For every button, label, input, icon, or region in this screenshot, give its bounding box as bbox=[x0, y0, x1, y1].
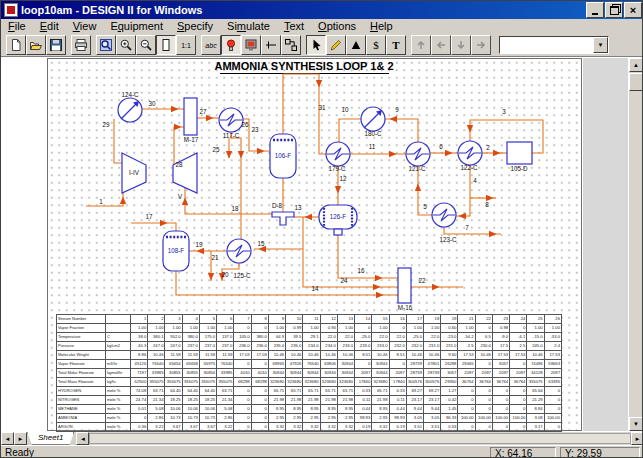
page-view-button[interactable] bbox=[156, 35, 176, 55]
table-cell: 17.5 bbox=[492, 342, 509, 351]
new-button[interactable] bbox=[6, 35, 26, 55]
menu-options[interactable]: Options bbox=[311, 19, 363, 33]
title-bar[interactable]: loop10am - DESIGN II for Windows × bbox=[1, 1, 643, 19]
triangle-button[interactable] bbox=[346, 35, 366, 55]
close-button[interactable]: × bbox=[624, 2, 642, 18]
nudge-left-button[interactable] bbox=[431, 35, 451, 55]
table-cell: 11.59 bbox=[217, 351, 234, 360]
horizontal-scroll-track[interactable] bbox=[89, 433, 631, 444]
zoom-window-button[interactable] bbox=[96, 35, 116, 55]
table-cell: 8.95 bbox=[372, 405, 389, 414]
combobox-dropdown-icon[interactable]: ▼ bbox=[593, 37, 608, 53]
monitor-button[interactable] bbox=[241, 35, 261, 55]
scroll-up-button[interactable]: ▲ bbox=[629, 58, 643, 72]
table-cell: 21.98 bbox=[268, 396, 285, 405]
pointer-button[interactable] bbox=[306, 35, 326, 55]
table-cell: 21.98 bbox=[286, 396, 303, 405]
connector-icon bbox=[264, 38, 278, 52]
zoom-combobox[interactable]: ▼ bbox=[499, 36, 609, 54]
table-row: Vapor Flowratem3/hr451267654065654656585… bbox=[57, 360, 562, 369]
actual-size-button[interactable]: 1:1 bbox=[176, 35, 196, 55]
row-unit: mole % bbox=[106, 414, 131, 423]
table-cell: 234.0 bbox=[303, 342, 320, 351]
stream-column-header: 18 bbox=[423, 315, 440, 324]
table-cell: 231.0 bbox=[423, 342, 440, 351]
table-cell: 0.19 bbox=[389, 423, 406, 432]
table-cell: 0 bbox=[389, 360, 406, 369]
row-label: Vapor Fraction bbox=[57, 324, 106, 333]
lamp-icon bbox=[224, 38, 238, 52]
table-cell: 59663 bbox=[544, 360, 561, 369]
text-tool-button[interactable]: T bbox=[386, 35, 406, 55]
svg-text:$: $ bbox=[373, 39, 379, 51]
vertical-scrollbar[interactable]: ▲ ▼ bbox=[629, 58, 643, 431]
table-cell: 355075 bbox=[527, 378, 544, 387]
cost-button[interactable]: $ bbox=[366, 35, 386, 55]
drawing-canvas[interactable]: Stream Number123456789101112131415161718… bbox=[1, 57, 643, 432]
table-cell: 0 bbox=[510, 387, 527, 396]
first-sheet-button[interactable]: ◄ bbox=[1, 432, 14, 445]
print-button[interactable] bbox=[71, 35, 91, 55]
table-cell: 236.0 bbox=[251, 342, 268, 351]
tab-sheet1[interactable]: Sheet1 bbox=[27, 432, 74, 445]
open-button[interactable] bbox=[26, 35, 46, 55]
save-button[interactable] bbox=[46, 35, 66, 55]
table-cell: 64.40 bbox=[182, 387, 199, 396]
table-cell: 100.00 bbox=[458, 414, 475, 423]
table-cell: 24.74 bbox=[131, 396, 148, 405]
zoom-in-button[interactable] bbox=[116, 35, 136, 55]
restore-button[interactable] bbox=[605, 2, 623, 18]
table-row: NITROGENmole %24.7421.3418.2518.2518.252… bbox=[57, 396, 562, 405]
table-cell: 0 bbox=[510, 405, 527, 414]
stream-summary-table[interactable]: Stream Number123456789101112131415161718… bbox=[56, 314, 562, 429]
combobox-field[interactable] bbox=[500, 37, 593, 53]
nudge-right-button[interactable] bbox=[471, 35, 491, 55]
table-row: Total Molar Flowratekgmol/hr719733985308… bbox=[57, 369, 562, 378]
table-cell: 40.3 bbox=[131, 342, 148, 351]
table-cell: 47926 bbox=[286, 360, 303, 369]
table-cell: 21.29 bbox=[527, 396, 544, 405]
scroll-right-button[interactable]: ► bbox=[631, 432, 643, 445]
table-cell: 1.00 bbox=[372, 324, 389, 333]
app-icon[interactable] bbox=[4, 3, 18, 17]
table-cell: 175.0 bbox=[199, 333, 216, 342]
connector-button[interactable] bbox=[261, 35, 281, 55]
menu-view[interactable]: View bbox=[66, 19, 104, 33]
table-cell: 380.1 bbox=[148, 333, 165, 342]
table-cell: 0 bbox=[251, 396, 268, 405]
minimize-button[interactable] bbox=[586, 2, 604, 18]
cursor-y-readout: Y: 29.59 bbox=[560, 447, 640, 458]
menu-specify[interactable]: Specify bbox=[170, 19, 220, 33]
last-sheet-button[interactable]: ► bbox=[14, 432, 27, 445]
table-cell: 1.00 bbox=[423, 324, 440, 333]
zoom-out-button[interactable] bbox=[136, 35, 156, 55]
menu-file[interactable]: File bbox=[1, 19, 33, 33]
vertical-scroll-thumb[interactable] bbox=[629, 73, 643, 91]
flowsheet-button[interactable] bbox=[281, 35, 301, 55]
cursor-x-readout: X: 64.16 bbox=[490, 447, 556, 458]
table-cell: 18.25 bbox=[199, 396, 216, 405]
spell-check-button[interactable]: abc bbox=[201, 35, 221, 55]
menu-simulate[interactable]: Simulate bbox=[220, 19, 277, 33]
menu-text[interactable]: Text bbox=[277, 19, 311, 33]
table-cell: 3.67 bbox=[165, 423, 182, 432]
table-cell: 247.0 bbox=[165, 342, 182, 351]
pencil-button[interactable] bbox=[326, 35, 346, 55]
horizontal-scrollbar[interactable]: ◄ ► bbox=[76, 432, 643, 445]
scroll-down-button[interactable]: ▼ bbox=[629, 417, 643, 431]
stream-column-header: 21 bbox=[458, 315, 475, 324]
stream-column-header: 23 bbox=[492, 315, 509, 324]
menu-equipment[interactable]: Equipment bbox=[103, 19, 170, 33]
table-row: TemperatureC38.0380.1552.0380.0175.0137.… bbox=[57, 333, 562, 342]
lamp-button[interactable] bbox=[221, 35, 241, 55]
nudge-up-button[interactable] bbox=[411, 35, 431, 55]
stream-column-header: 3 bbox=[165, 315, 182, 324]
scroll-left-button[interactable]: ◄ bbox=[76, 432, 89, 445]
row-label: NITROGEN bbox=[57, 396, 106, 405]
nudge-down-button[interactable] bbox=[451, 35, 471, 55]
table-cell: 17840 bbox=[355, 378, 372, 387]
menu-edit[interactable]: Edit bbox=[33, 19, 66, 33]
menu-help[interactable]: Help bbox=[363, 19, 400, 33]
menu-bar: FileEditViewEquipmentSpecifySimulateText… bbox=[1, 19, 643, 33]
table-row: Molecular Weight8.8610.4611.5911.5911.59… bbox=[57, 351, 562, 360]
